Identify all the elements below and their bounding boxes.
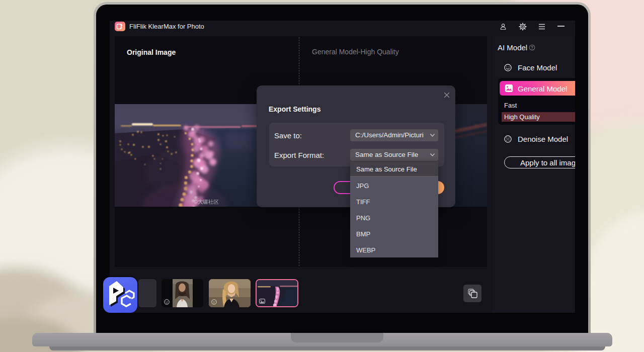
svg-text:©大疆社区: ©大疆社区: [194, 199, 219, 205]
